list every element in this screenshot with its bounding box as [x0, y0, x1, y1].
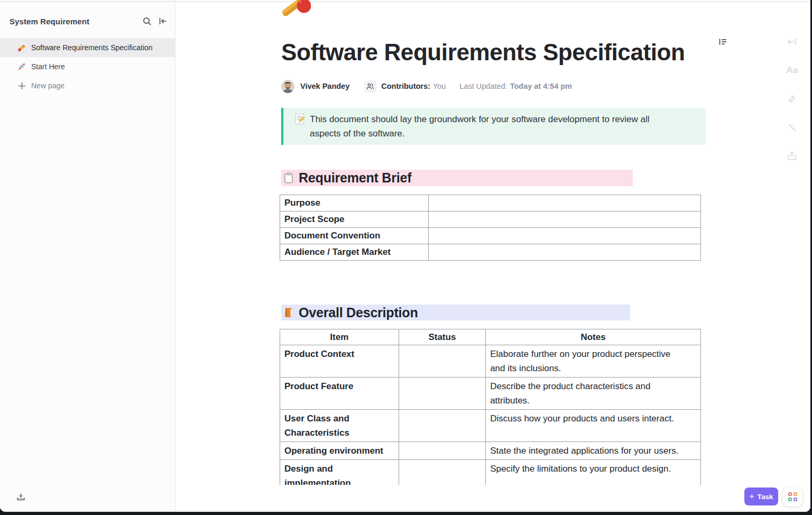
section-heading-overall-description[interactable]: Overall Description: [281, 305, 630, 320]
clipboard-emoji: [283, 172, 294, 184]
column-header[interactable]: Status: [399, 329, 486, 345]
document-area: Software Requirements Specification Vive…: [176, 0, 810, 512]
table-row: Product Feature Describe the product cha…: [280, 378, 701, 410]
memo-emoji: [294, 113, 306, 125]
author-avatar[interactable]: [281, 80, 294, 93]
contributors-icon[interactable]: [364, 80, 376, 93]
overall-description-table: Item Status Notes Product Context Elabor…: [280, 329, 701, 485]
contributors-value[interactable]: You: [433, 82, 446, 90]
orange-book-emoji: [283, 307, 294, 318]
new-page-label: New page: [31, 81, 64, 90]
row-value[interactable]: [429, 244, 701, 261]
column-header[interactable]: Item: [280, 329, 399, 345]
table-row: Product Context Elaborate further on you…: [280, 345, 701, 378]
sidebar-item-label: Start Here: [31, 62, 65, 71]
search-icon[interactable]: [142, 16, 152, 26]
column-header[interactable]: Notes: [486, 329, 701, 345]
table-row: Operating environment State the integrat…: [280, 442, 701, 460]
row-label[interactable]: Document Convention: [280, 228, 429, 244]
last-updated-value: Today at 4:54 pm: [510, 82, 572, 90]
sidebar-pages: Software Requirements Specification Star…: [0, 38, 175, 95]
table-row: Project Scope: [280, 211, 701, 228]
sidebar-item-software-requirements-specification[interactable]: Software Requirements Specification: [0, 38, 175, 57]
sidebar-item-label: Software Requirements Specification: [31, 43, 153, 52]
section-heading-requirement-brief[interactable]: Requirement Brief: [281, 170, 633, 186]
collapse-sidebar-icon[interactable]: [158, 16, 168, 26]
task-button-label: Task: [758, 493, 773, 501]
rocket-emoji: [17, 62, 26, 71]
cricket-bat-emoji: [17, 43, 26, 52]
app-window: System Requirement Software Requirements…: [0, 0, 810, 512]
table-row: Document Convention: [280, 228, 701, 244]
contributors-label: Contributors:: [381, 82, 430, 90]
plus-icon: [17, 81, 26, 90]
table-row: Purpose: [280, 195, 701, 211]
table-header-row: Item Status Notes: [280, 329, 701, 345]
page-title[interactable]: Software Requirements Specification: [281, 40, 701, 65]
sidebar-title: System Requirement: [10, 17, 142, 26]
sidebar-header: System Requirement: [0, 4, 175, 38]
row-label[interactable]: Audience / Target Market: [280, 244, 429, 261]
template-import-icon[interactable]: [16, 492, 26, 502]
last-updated-label: Last Updated:: [459, 82, 507, 90]
row-value[interactable]: [429, 228, 701, 244]
table-row: Audience / Target Market: [280, 244, 701, 261]
row-value[interactable]: [429, 195, 701, 211]
callout-text: This document should lay the groundwork …: [310, 112, 675, 141]
document-scroll-region[interactable]: Software Requirements Specification Vive…: [176, 0, 810, 485]
doc-byline: Vivek Pandey Contributors: You Last Upda…: [281, 79, 701, 93]
sidebar: System Requirement Software Requirements…: [0, 0, 176, 512]
apps-grid-button[interactable]: [783, 487, 802, 507]
row-label[interactable]: Purpose: [280, 195, 429, 211]
add-task-button[interactable]: + Task: [744, 488, 778, 505]
callout-banner[interactable]: This document should lay the groundwork …: [281, 108, 706, 145]
apps-grid-icon: [788, 492, 797, 501]
doc-icon-cricket-bat-and-ball[interactable]: [281, 0, 311, 16]
plus-icon: +: [749, 492, 754, 501]
table-row: User Class and Characteristics Discuss h…: [280, 410, 701, 442]
row-label[interactable]: Project Scope: [280, 211, 429, 228]
requirement-brief-table: Purpose Project Scope Document Conventio…: [280, 195, 701, 261]
sidebar-new-page[interactable]: New page: [0, 76, 175, 95]
row-value[interactable]: [429, 211, 701, 228]
table-row: Design and implementation Specify the li…: [280, 460, 701, 485]
author-name[interactable]: Vivek Pandey: [300, 82, 349, 90]
sidebar-item-start-here[interactable]: Start Here: [0, 57, 175, 76]
